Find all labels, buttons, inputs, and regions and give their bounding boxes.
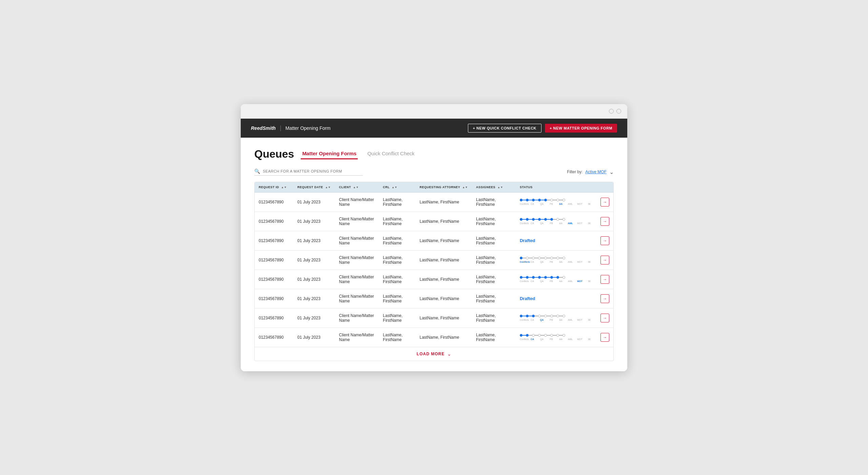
cell-action: → bbox=[596, 250, 613, 270]
page-title: Queues bbox=[254, 148, 294, 160]
cell-request_date: 01 July 2023 bbox=[293, 270, 335, 289]
pipeline-dot bbox=[526, 334, 529, 337]
cell-status: ConflictsCAQAPBAAAMLMOT3E bbox=[516, 270, 596, 289]
pipeline-dot bbox=[520, 218, 522, 221]
cell-request_id: 01234567890 bbox=[255, 192, 293, 212]
pipeline-line bbox=[522, 219, 526, 220]
row-detail-button[interactable]: → bbox=[600, 333, 609, 342]
pipeline-step-label: MOT bbox=[577, 203, 583, 205]
row-detail-button[interactable]: → bbox=[600, 217, 609, 226]
row-detail-button[interactable]: → bbox=[600, 236, 609, 245]
browser-window: ReedSmith | Matter Opening Form + NEW QU… bbox=[241, 104, 627, 371]
pipeline-dot bbox=[556, 334, 559, 337]
search-input[interactable] bbox=[263, 169, 358, 173]
load-more-text: LOAD MORE bbox=[417, 352, 445, 356]
col-header-request-id[interactable]: REQUEST ID ▲▼ bbox=[255, 182, 293, 193]
pipeline-dot bbox=[556, 276, 559, 279]
pipeline-line bbox=[547, 335, 550, 336]
col-header-crl[interactable]: CRL ▲▼ bbox=[379, 182, 415, 193]
cell-request_id: 01234567890 bbox=[255, 289, 293, 308]
row-detail-button[interactable]: → bbox=[600, 275, 609, 284]
pipeline-step-label: AA bbox=[558, 222, 564, 224]
pipeline-line bbox=[559, 200, 563, 200]
pipeline-line bbox=[522, 316, 526, 316]
load-more-row[interactable]: LOAD MORE ⌄ bbox=[255, 347, 613, 361]
row-detail-button[interactable]: → bbox=[600, 256, 609, 264]
pipeline-line bbox=[553, 335, 556, 336]
browser-chrome bbox=[241, 104, 627, 119]
cell-assignees: LastName, FirstName bbox=[472, 250, 516, 270]
browser-btn-2[interactable] bbox=[616, 109, 621, 114]
pipeline-line bbox=[541, 316, 544, 316]
pipeline-line bbox=[559, 258, 563, 258]
filter-value[interactable]: Active MOF bbox=[585, 170, 607, 174]
tab-matter-opening-forms[interactable]: Matter Opening Forms bbox=[301, 149, 358, 159]
pipeline-dot bbox=[556, 257, 559, 259]
pipeline-step-label: AML bbox=[567, 338, 573, 340]
pipeline-dot bbox=[526, 257, 529, 259]
cell-client: Client Name/Matter Name bbox=[335, 328, 379, 347]
brand-divider: | bbox=[280, 124, 281, 132]
pipeline-indicator: ConflictsCAQAPBAAAMLMOT3E bbox=[520, 257, 592, 263]
pipeline-dot bbox=[532, 199, 535, 201]
pipeline-dot bbox=[563, 315, 565, 317]
cell-request_id: 01234567890 bbox=[255, 270, 293, 289]
pipeline-line bbox=[529, 277, 532, 278]
pipeline-dot bbox=[550, 199, 553, 201]
pipeline-indicator: ConflictsCAQAPBAAAMLMOT3E bbox=[520, 334, 592, 340]
pipeline-dot bbox=[563, 257, 565, 259]
pipeline-step-label: Conflicts bbox=[520, 338, 526, 340]
col-header-request-date[interactable]: REQUEST DATE ▲▼ bbox=[293, 182, 335, 193]
table-row: 0123456789001 July 2023Client Name/Matte… bbox=[255, 192, 613, 212]
table-row: 0123456789001 July 2023Client Name/Matte… bbox=[255, 328, 613, 347]
pipeline-step-label: PB bbox=[548, 261, 554, 263]
cell-status: ConflictsCAQAPBAAAMLMOT3E bbox=[516, 212, 596, 231]
row-detail-button[interactable]: → bbox=[600, 314, 609, 322]
new-matter-opening-form-button[interactable]: + NEW MATTER OPENING FORM bbox=[545, 124, 617, 133]
tab-quick-conflict-check[interactable]: Quick Conflict Check bbox=[366, 149, 416, 159]
cell-assignees: LastName, FirstName bbox=[472, 231, 516, 250]
pipeline-step-label: MOT bbox=[577, 280, 583, 282]
cell-assignees: LastName, FirstName bbox=[472, 192, 516, 212]
col-header-assignees[interactable]: ASSIGNEES ▲▼ bbox=[472, 182, 516, 193]
col-header-requesting-attorney[interactable]: REQUESTING ATTORNEY ▲▼ bbox=[415, 182, 472, 193]
brand-logo: ReedSmith bbox=[251, 125, 276, 131]
cell-request_date: 01 July 2023 bbox=[293, 212, 335, 231]
row-detail-button[interactable]: → bbox=[600, 294, 609, 303]
pipeline-line bbox=[522, 335, 526, 336]
col-header-action bbox=[596, 182, 613, 193]
cell-crl: LastName, FirstName bbox=[379, 231, 415, 250]
pipeline-dot bbox=[563, 334, 565, 337]
pipeline-step-label: Conflicts bbox=[520, 280, 526, 282]
filter-dropdown-icon[interactable]: ⌄ bbox=[609, 169, 614, 175]
table-row: 0123456789001 July 2023Client Name/Matte… bbox=[255, 270, 613, 289]
new-conflict-check-button[interactable]: + NEW QUICK CONFLICT CHECK bbox=[468, 124, 541, 133]
pipeline-line bbox=[522, 200, 526, 200]
sort-icon-request-id: ▲▼ bbox=[281, 186, 287, 189]
browser-buttons bbox=[609, 109, 621, 114]
pipeline-line bbox=[535, 258, 538, 258]
pipeline-dot bbox=[544, 276, 547, 279]
cell-client: Client Name/Matter Name bbox=[335, 270, 379, 289]
pipeline-line bbox=[553, 200, 556, 200]
pipeline-line bbox=[553, 316, 556, 316]
col-header-client[interactable]: CLIENT ▲▼ bbox=[335, 182, 379, 193]
pipeline-step-label: MOT bbox=[577, 338, 583, 340]
pipeline-step-label: 3E bbox=[586, 222, 592, 224]
cell-crl: LastName, FirstName bbox=[379, 270, 415, 289]
pipeline-line bbox=[547, 219, 550, 220]
browser-btn-1[interactable] bbox=[609, 109, 614, 114]
cell-assignees: LastName, FirstName bbox=[472, 289, 516, 308]
pipeline-line bbox=[559, 277, 563, 278]
pipeline-line bbox=[547, 200, 550, 200]
pipeline-line bbox=[529, 335, 532, 336]
row-detail-button[interactable]: → bbox=[600, 198, 609, 206]
pipeline-step-label: CA bbox=[529, 319, 535, 321]
pipeline-dot bbox=[538, 276, 541, 279]
pipeline-dot bbox=[550, 218, 553, 221]
cell-action: → bbox=[596, 289, 613, 308]
cell-client: Client Name/Matter Name bbox=[335, 192, 379, 212]
pipeline-line bbox=[522, 258, 526, 258]
pipeline-line bbox=[547, 277, 550, 278]
pipeline-step-label: CA bbox=[529, 280, 535, 282]
